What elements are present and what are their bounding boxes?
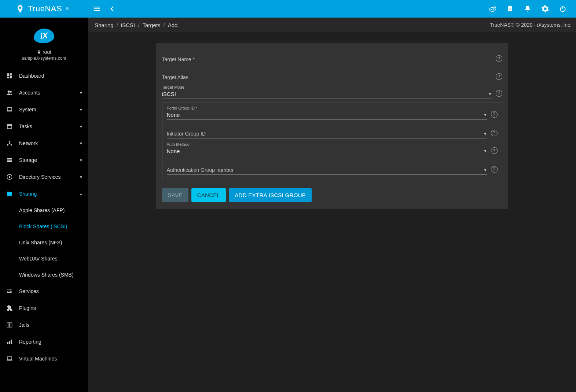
dropdown-arrow-icon: ▼ xyxy=(484,132,487,136)
svg-rect-11 xyxy=(38,52,40,53)
svg-text:HA: HA xyxy=(491,8,494,11)
network-icon xyxy=(5,140,14,147)
help-icon[interactable]: ? xyxy=(496,55,502,62)
breadcrumb-item[interactable]: Targets xyxy=(142,22,160,28)
nav-jails[interactable]: Jails xyxy=(0,317,88,333)
svg-rect-38 xyxy=(11,340,12,344)
nav-services[interactable]: Services xyxy=(0,283,88,300)
nav-plugins[interactable]: Plugins xyxy=(0,300,88,317)
svg-rect-12 xyxy=(7,73,9,76)
chevron-down-icon: ▼ xyxy=(79,141,83,145)
nav-virtual-machines[interactable]: Virtual Machines xyxy=(0,350,88,367)
chevron-down-icon: ▼ xyxy=(79,125,83,129)
breadcrumb-bar: Sharing / iSCSI / Targets / Add TrueNAS®… xyxy=(88,18,576,32)
portal-group-select[interactable]: Portal Group ID * None ▼ xyxy=(167,105,487,120)
chevron-down-icon: ▼ xyxy=(79,175,83,179)
tune-icon xyxy=(5,288,14,295)
nav-reporting[interactable]: Reporting xyxy=(0,333,88,350)
nav-network[interactable]: Network ▼ xyxy=(0,135,88,152)
save-button[interactable]: SAVE xyxy=(162,188,188,202)
top-bar: TrueNAS® HA xyxy=(0,0,576,18)
help-icon[interactable]: ? xyxy=(491,166,498,173)
iscsi-group-box: Portal Group ID * None ▼ ? Initiator Gro… xyxy=(162,103,502,180)
menu-toggle-icon[interactable] xyxy=(92,4,101,13)
storage-icon xyxy=(5,157,14,163)
svg-rect-20 xyxy=(7,125,12,129)
breadcrumb-item[interactable]: iSCSI xyxy=(121,22,135,28)
help-icon[interactable]: ? xyxy=(491,111,498,118)
sidebar-user: root xyxy=(37,49,51,55)
settings-icon[interactable] xyxy=(541,4,550,13)
dropdown-arrow-icon: ▼ xyxy=(484,168,487,172)
subnav-webdav[interactable]: WebDAV Shares xyxy=(0,251,88,267)
laptop-icon xyxy=(5,355,14,362)
nav-dashboard[interactable]: Dashboard xyxy=(0,67,88,84)
help-icon[interactable]: ? xyxy=(491,130,498,136)
subnav-smb[interactable]: Windows Shares (SMB) xyxy=(0,267,88,283)
subnav-iscsi[interactable]: Block Shares (iSCSI) xyxy=(0,218,88,234)
nav-label: System xyxy=(19,107,36,112)
power-icon[interactable] xyxy=(558,4,567,13)
breadcrumb-item: Add xyxy=(168,22,178,28)
help-icon[interactable]: ? xyxy=(496,73,502,80)
ix-logo-icon: iX xyxy=(33,28,55,44)
back-icon[interactable] xyxy=(108,4,117,13)
add-extra-iscsi-group-button[interactable]: ADD EXTRA ISCSI GROUP xyxy=(229,188,312,202)
dashboard-icon xyxy=(5,73,14,79)
subnav-afp[interactable]: Apple Shares (AFP) xyxy=(0,202,88,218)
sharing-subnav: Apple Shares (AFP) Block Shares (iSCSI) … xyxy=(0,202,88,283)
field-label: Target Alias xyxy=(162,74,188,80)
svg-point-31 xyxy=(9,176,11,178)
nav-sharing[interactable]: Sharing ▲ xyxy=(0,185,88,202)
sidebar-host: sample.ixsystems.com xyxy=(22,56,66,61)
initiator-group-select[interactable]: Initiator Group ID ▼ xyxy=(167,123,487,138)
chevron-down-icon: ▼ xyxy=(79,158,83,162)
cancel-button[interactable]: CANCEL xyxy=(191,188,226,202)
nav-tasks[interactable]: Tasks ▼ xyxy=(0,118,88,135)
svg-rect-28 xyxy=(7,160,12,161)
calendar-icon xyxy=(5,123,14,130)
nav-label: Reporting xyxy=(19,339,41,345)
help-icon[interactable]: ? xyxy=(496,90,502,97)
svg-rect-13 xyxy=(10,73,12,75)
breadcrumb-item[interactable]: Sharing xyxy=(95,22,114,28)
subnav-nfs[interactable]: Unix Shares (NFS) xyxy=(0,234,88,251)
svg-rect-19 xyxy=(7,111,12,112)
nav-system[interactable]: System ▼ xyxy=(0,101,88,118)
sidebar: iX root sample.ixsystems.com Dashboard A… xyxy=(0,18,88,392)
nav-label: Plugins xyxy=(19,305,36,311)
help-icon[interactable]: ? xyxy=(491,147,498,154)
field-label: Auth Method xyxy=(167,142,190,147)
nav-directory-services[interactable]: Directory Services ▼ xyxy=(0,169,88,185)
nav-label: Sharing xyxy=(19,191,37,197)
svg-rect-18 xyxy=(7,108,12,111)
field-label: Target Mode xyxy=(162,85,184,89)
target-name-field[interactable]: Target Name * xyxy=(162,48,492,64)
field-label: Target Name * xyxy=(162,56,195,62)
svg-rect-36 xyxy=(7,342,8,344)
nav-storage[interactable]: Storage ▼ xyxy=(0,152,88,169)
field-value: iSCSI xyxy=(162,91,176,97)
svg-point-16 xyxy=(8,90,10,93)
directory-icon xyxy=(5,174,14,180)
svg-rect-5 xyxy=(509,6,511,7)
people-icon xyxy=(5,89,14,96)
nav-accounts[interactable]: Accounts ▼ xyxy=(0,84,88,101)
auth-method-select[interactable]: Auth Method None ▼ xyxy=(167,141,487,156)
svg-rect-39 xyxy=(7,357,12,360)
clipboard-icon[interactable] xyxy=(506,4,514,13)
target-alias-field[interactable]: Target Alias xyxy=(162,66,492,82)
svg-rect-6 xyxy=(509,8,511,8)
ha-status-icon[interactable]: HA xyxy=(488,4,497,13)
laptop-icon xyxy=(5,106,14,113)
chevron-down-icon: ▼ xyxy=(79,91,83,95)
field-value: None xyxy=(167,148,180,154)
jail-icon xyxy=(5,322,14,328)
notifications-icon[interactable] xyxy=(523,4,532,13)
nav-label: Services xyxy=(19,288,39,294)
svg-rect-14 xyxy=(10,75,12,78)
target-mode-select[interactable]: Target Mode iSCSI ▼ xyxy=(162,84,492,99)
svg-rect-37 xyxy=(9,341,10,344)
nav-list-2: Services Plugins Jails Reporting Virtual… xyxy=(0,283,88,367)
auth-group-number-select[interactable]: Authentication Group number ▼ xyxy=(167,159,487,175)
